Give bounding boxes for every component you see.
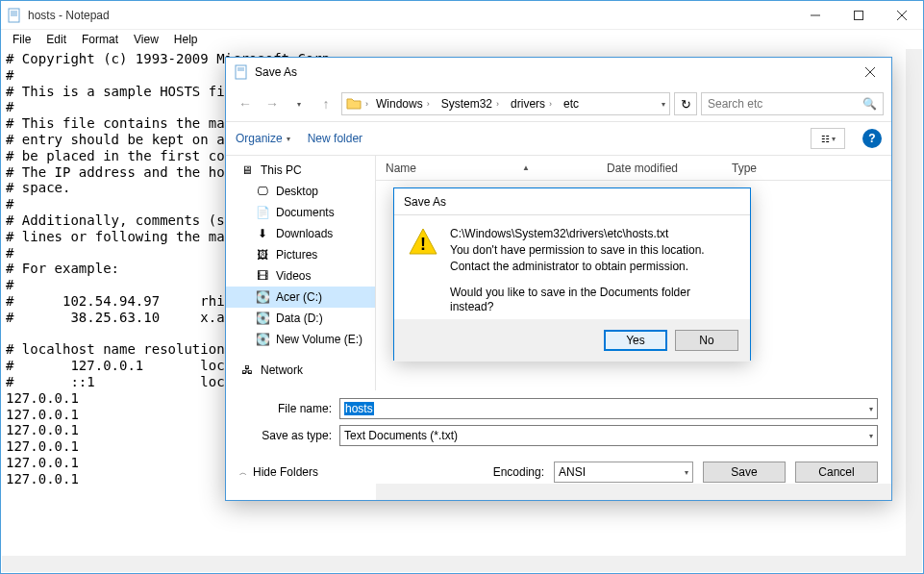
drive-icon: 💽 xyxy=(255,332,270,347)
notepad-menubar: File Edit Format View Help xyxy=(1,30,923,49)
downloads-icon: ⬇ xyxy=(255,226,270,241)
pictures-icon: 🖼 xyxy=(255,247,270,262)
savetype-label: Save as type: xyxy=(239,429,339,442)
savetype-select[interactable]: Text Documents (*.txt)▾ xyxy=(339,425,878,446)
msgbox-text: C:\Windows\System32\drivers\etc\hosts.tx… xyxy=(450,227,737,319)
breadcrumb-seg[interactable]: System32› xyxy=(437,97,503,111)
nav-forward-button[interactable]: → xyxy=(261,92,284,115)
menu-edit[interactable]: Edit xyxy=(38,31,74,48)
msgbox-title: Save As xyxy=(394,188,750,215)
menu-help[interactable]: Help xyxy=(166,31,206,48)
encoding-label: Encoding: xyxy=(493,465,544,479)
menu-view[interactable]: View xyxy=(126,31,166,48)
menu-format[interactable]: Format xyxy=(74,31,126,48)
tree-acer-c[interactable]: 💽Acer (C:) xyxy=(226,287,375,308)
drive-icon: 💽 xyxy=(255,311,270,326)
save-button[interactable]: Save xyxy=(703,462,786,483)
search-icon: 🔍 xyxy=(862,97,877,111)
hidefolders-button[interactable]: ︿Hide Folders xyxy=(239,465,318,479)
horizontal-scrollbar[interactable] xyxy=(2,556,906,572)
help-button[interactable]: ? xyxy=(862,129,882,148)
notepad-icon xyxy=(234,64,249,80)
search-placeholder: Search etc xyxy=(708,97,762,111)
tree-documents[interactable]: 📄Documents xyxy=(226,202,375,223)
col-type[interactable]: Type xyxy=(722,162,766,175)
vertical-scrollbar[interactable] xyxy=(906,49,922,556)
tree-data-d[interactable]: 💽Data (D:) xyxy=(226,308,375,329)
desktop-icon: 🖵 xyxy=(255,184,270,199)
search-input[interactable]: Search etc 🔍 xyxy=(701,92,884,115)
view-options-button[interactable]: ☷ ▾ xyxy=(811,128,845,149)
nav-back-button[interactable]: ← xyxy=(234,92,257,115)
saveas-navbar: ← → ▾ ↑ › Windows› System32› drivers› et… xyxy=(226,87,891,121)
tree-pictures[interactable]: 🖼Pictures xyxy=(226,244,375,265)
tree-newvol-e[interactable]: 💽New Volume (E:) xyxy=(226,329,375,350)
saveas-close-button[interactable] xyxy=(848,59,891,87)
file-list-header: Name▲ Date modified Type xyxy=(376,156,891,181)
documents-icon: 📄 xyxy=(255,205,270,220)
warning-icon: ! xyxy=(408,227,438,258)
notepad-titlebar: hosts - Notepad xyxy=(1,1,923,30)
tree-thispc[interactable]: 🖥This PC xyxy=(226,160,375,181)
breadcrumb-seg[interactable]: etc xyxy=(560,97,583,111)
col-name[interactable]: Name▲ xyxy=(376,162,597,175)
tree-desktop[interactable]: 🖵Desktop xyxy=(226,181,375,202)
breadcrumb-seg[interactable]: Windows› xyxy=(372,97,434,111)
saveas-toolbar: Organize ▾ New folder ☷ ▾ ? xyxy=(226,121,891,156)
filename-label: File name: xyxy=(239,402,339,415)
notepad-icon xyxy=(7,8,22,23)
no-button[interactable]: No xyxy=(675,330,738,351)
tree-downloads[interactable]: ⬇Downloads xyxy=(226,223,375,244)
scroll-corner xyxy=(906,556,922,572)
folder-icon xyxy=(346,96,362,112)
svg-rect-5 xyxy=(854,11,862,19)
svg-text:!: ! xyxy=(420,235,426,254)
yes-button[interactable]: Yes xyxy=(604,330,667,351)
newfolder-button[interactable]: New folder xyxy=(308,132,362,145)
tree-network[interactable]: 🖧Network xyxy=(226,360,375,381)
notepad-title: hosts - Notepad xyxy=(28,9,793,22)
svg-rect-8 xyxy=(236,65,246,79)
videos-icon: 🎞 xyxy=(255,268,270,284)
breadcrumb-seg[interactable]: drivers› xyxy=(507,97,556,111)
permission-msgbox: Save As ! C:\Windows\System32\drivers\et… xyxy=(393,187,751,361)
refresh-button[interactable]: ↻ xyxy=(674,92,697,115)
nav-tree: 🖥This PC 🖵Desktop 📄Documents ⬇Downloads … xyxy=(226,156,376,390)
organize-button[interactable]: Organize ▾ xyxy=(236,132,290,145)
nav-up-button[interactable]: ↑ xyxy=(314,92,337,115)
col-date[interactable]: Date modified xyxy=(597,162,722,175)
close-button[interactable] xyxy=(880,1,923,29)
tree-videos[interactable]: 🎞Videos xyxy=(226,265,375,287)
menu-file[interactable]: File xyxy=(5,31,38,48)
nav-recent-button[interactable]: ▾ xyxy=(287,92,311,115)
network-icon: 🖧 xyxy=(239,362,255,378)
cancel-button[interactable]: Cancel xyxy=(795,462,878,483)
drive-icon: 💽 xyxy=(255,289,270,305)
encoding-select[interactable]: ANSI▾ xyxy=(554,462,693,483)
file-list-hscroll[interactable] xyxy=(376,484,891,500)
minimize-button[interactable] xyxy=(793,1,837,29)
saveas-titlebar: Save As xyxy=(226,58,891,87)
address-bar[interactable]: › Windows› System32› drivers› etc ▾ xyxy=(341,92,670,115)
filename-input[interactable]: hosts▾ xyxy=(339,398,878,419)
saveas-title: Save As xyxy=(255,65,848,79)
maximize-button[interactable] xyxy=(837,1,880,29)
pc-icon: 🖥 xyxy=(239,162,255,178)
